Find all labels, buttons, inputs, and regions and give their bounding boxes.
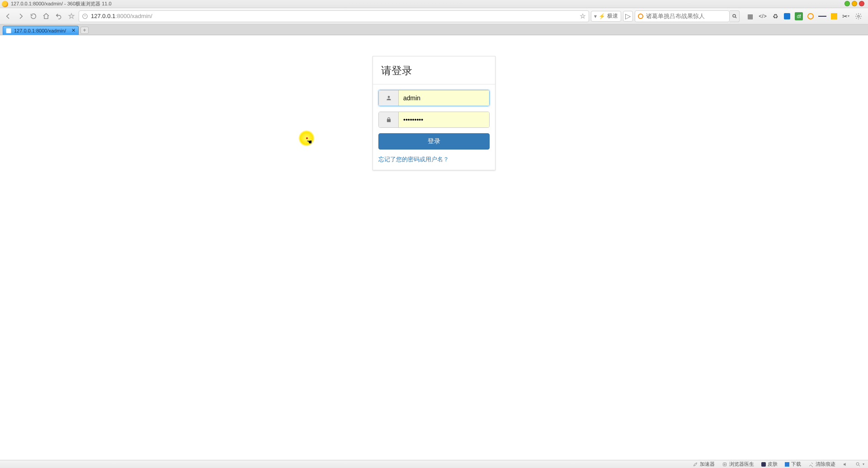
status-bar: 加速器 浏览器医生 皮肤 下载 清除痕迹 ▾ — [0, 460, 868, 468]
scissors-icon[interactable]: ✂▾ — [842, 12, 850, 20]
render-mode-label: 极速 — [607, 12, 618, 20]
site-info-icon — [82, 13, 88, 19]
login-title: 请登录 — [373, 56, 495, 84]
login-button[interactable]: 登录 — [378, 133, 490, 150]
page-icon — [6, 28, 11, 33]
login-panel: 请登录 登录 忘记了您的密码或用户名？ — [373, 56, 495, 170]
search-button[interactable] — [730, 10, 740, 22]
user-icon — [379, 90, 399, 106]
address-bar[interactable]: 127.0.0.1:8000/xadmin/ — [79, 10, 589, 22]
address-path: :8000/xadmin/ — [115, 13, 152, 19]
home-button[interactable] — [41, 11, 52, 22]
status-clear[interactable]: 清除痕迹 — [808, 461, 835, 468]
forward-button[interactable] — [15, 11, 26, 22]
apps-icon[interactable]: ▦ — [746, 12, 754, 20]
window-controls — [844, 1, 864, 6]
settings-icon[interactable] — [854, 12, 863, 20]
search-box[interactable] — [635, 10, 730, 22]
recycle-icon[interactable]: ♻ — [771, 12, 779, 20]
tab-strip: 127.0.0.1:8000/xadmin/ ✕ + — [0, 24, 868, 35]
close-window-button[interactable] — [859, 1, 864, 6]
favorite-button[interactable] — [66, 11, 77, 22]
ext4-icon[interactable] — [818, 12, 826, 20]
cursor-highlight: ☚ — [298, 130, 315, 146]
window-title: 127.0.0.1:8000/xadmin/ - 360极速浏览器 11.0 — [11, 0, 112, 7]
ext3-icon[interactable] — [807, 13, 814, 19]
search-input[interactable] — [646, 13, 726, 19]
browser-toolbar: 127.0.0.1:8000/xadmin/ ▾ ⚡ 极速 ▷ ▦ </> ♻ … — [0, 8, 868, 24]
address-host: 127.0.0.1 — [91, 13, 115, 19]
status-skin[interactable]: 皮肤 — [761, 461, 778, 468]
password-input[interactable] — [399, 112, 489, 127]
ext5-icon[interactable] — [831, 13, 837, 19]
back-button[interactable] — [3, 11, 14, 22]
search-engine-icon — [638, 14, 643, 19]
page-viewport: 请登录 登录 忘记了您的密码或用户名？ ☚ — [0, 35, 868, 460]
app-logo-icon — [2, 1, 8, 7]
status-zoom-icon[interactable]: ▾ — [855, 462, 864, 467]
password-group — [378, 112, 490, 128]
status-doctor[interactable]: 浏览器医生 — [722, 461, 754, 468]
pointer-cursor-icon: ☚ — [307, 138, 312, 145]
maximize-button[interactable] — [852, 1, 857, 6]
bolt-icon: ⚡ — [599, 13, 605, 19]
ext1-icon[interactable] — [784, 13, 790, 19]
username-group — [378, 90, 490, 106]
status-download[interactable]: 下载 — [785, 461, 801, 468]
ext2-icon[interactable]: df — [795, 12, 803, 20]
render-mode-selector[interactable]: ▾ ⚡ 极速 — [591, 11, 621, 22]
lock-icon — [379, 112, 399, 127]
tab-close-button[interactable]: ✕ — [71, 28, 75, 33]
new-tab-button[interactable]: + — [80, 27, 89, 34]
undo-button[interactable] — [53, 11, 64, 22]
status-volume-icon[interactable] — [843, 462, 848, 467]
status-accelerator[interactable]: 加速器 — [693, 461, 715, 468]
bookmark-star-icon[interactable] — [580, 13, 586, 19]
go-button[interactable]: ▷ — [623, 11, 633, 22]
tab-label: 127.0.0.1:8000/xadmin/ — [14, 28, 66, 33]
svg-point-4 — [856, 463, 859, 465]
extension-icons: ▦ </> ♻ df ✂▾ — [746, 12, 863, 20]
svg-point-2 — [858, 15, 859, 17]
minimize-button[interactable] — [844, 1, 850, 6]
forgot-link[interactable]: 忘记了您的密码或用户名？ — [378, 156, 490, 164]
devtools-icon[interactable]: </> — [759, 12, 767, 20]
username-input[interactable] — [399, 90, 489, 106]
svg-point-1 — [733, 14, 736, 17]
reload-button[interactable] — [28, 11, 39, 22]
window-titlebar: 127.0.0.1:8000/xadmin/ - 360极速浏览器 11.0 — [0, 0, 868, 8]
tab-active[interactable]: 127.0.0.1:8000/xadmin/ ✕ — [3, 26, 79, 35]
